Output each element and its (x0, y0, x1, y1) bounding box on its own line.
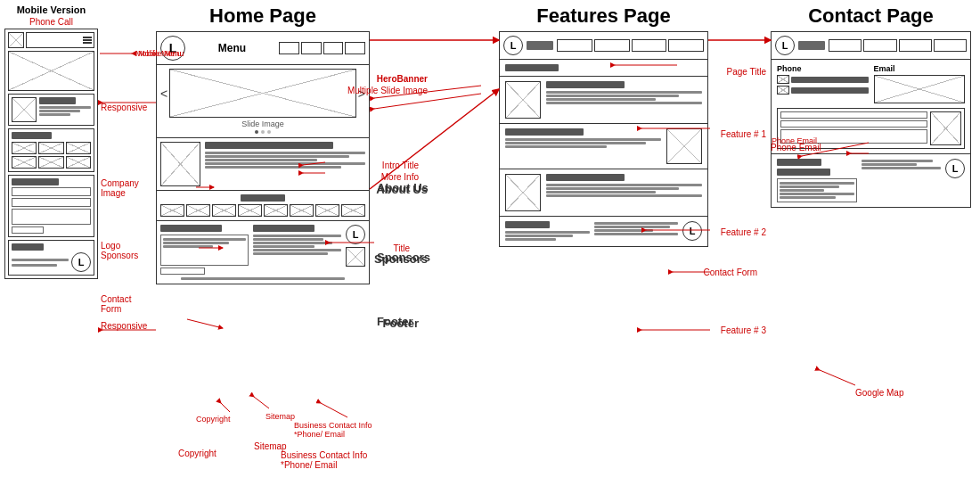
svg-line-9 (187, 319, 223, 328)
feature1-label: Feature # 1 (721, 129, 766, 139)
responsive-label-1: Responsive (101, 103, 147, 112)
features-page-frame: L (499, 31, 708, 247)
svg-line-28 (221, 403, 230, 412)
slide-image-label: Slide Image (160, 119, 365, 128)
email-label: Email (874, 64, 966, 73)
responsive-label-2: Responsive (101, 321, 147, 331)
mobile-frame: L (4, 29, 98, 279)
sitemap-text: Sitemap (265, 412, 295, 421)
phone-call-label: Phone Call (4, 17, 98, 27)
about-us-label: About Us (376, 183, 428, 196)
svg-line-25 (820, 370, 855, 385)
copyright-label: Copyright (178, 449, 216, 458)
svg-line-27 (321, 403, 347, 417)
feature3-label: Feature # 3 (721, 325, 766, 335)
business-contact-text: Business Contact Info (294, 421, 372, 430)
home-page-frame: L Menu < > Slide Image (156, 31, 370, 284)
copyright-text: Copyright (196, 415, 231, 424)
intro-title-label: Intro Title (382, 161, 419, 170)
hero-banner-label: HeroBanner (377, 74, 428, 84)
features-page-title: Features Page (499, 4, 708, 28)
home-page-title: Home Page (156, 4, 370, 28)
contact-page-frame: L Phone (771, 31, 971, 208)
company-image-label: Company Image (101, 178, 139, 198)
page-title-label: Page Title (727, 67, 766, 77)
footer-label: Footer (383, 317, 419, 330)
phone-label: Phone (777, 64, 869, 73)
phone-email-footer-label: *Phone/ Email (281, 460, 337, 470)
google-map-label: Google Map (855, 388, 903, 398)
svg-line-14 (374, 94, 481, 109)
svg-line-26 (254, 397, 269, 408)
mobile-title: Mobile Version (4, 4, 98, 15)
business-contact-label: Business Contact Info (281, 450, 367, 460)
feature2-label: Feature # 2 (721, 227, 766, 237)
logo-sponsors-label: Logo Sponsors (101, 241, 138, 260)
multiple-slide-label: Multiple Slide Image (347, 86, 428, 95)
phone-email-text: *Phone/ Email (294, 430, 345, 439)
phone-email-contact-text: Phone Email (772, 136, 817, 145)
contact-form-label-mobile: Contact Form (101, 294, 131, 314)
menu-label: Menu (189, 42, 275, 54)
more-info-label: More Info (381, 172, 419, 182)
contact-form-label-features: Contact Form (703, 268, 757, 277)
sponsors-label: Sponsors (374, 252, 428, 266)
mobile-menu-text: Mobile Menu (138, 49, 184, 58)
contact-page-title: Contact Page (771, 4, 971, 28)
